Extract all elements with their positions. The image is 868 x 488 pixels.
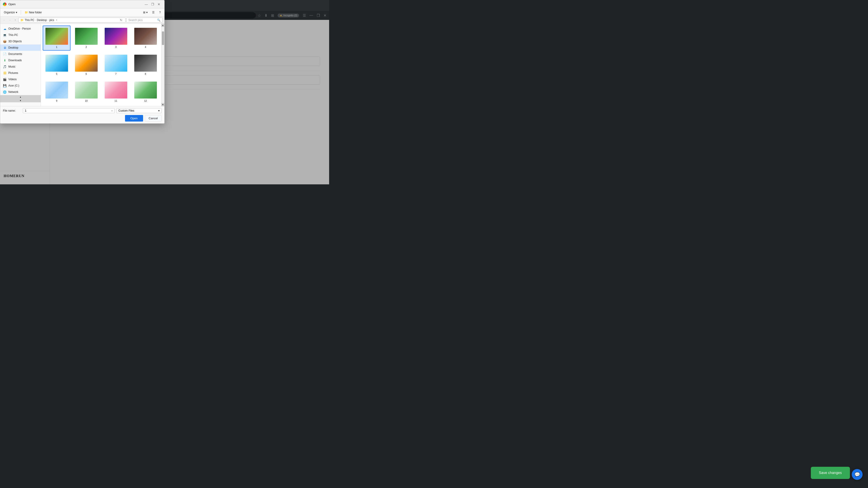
filetype-select[interactable]: Custom Files ▾ bbox=[116, 108, 162, 113]
organize-button[interactable]: Organize ▾ bbox=[2, 10, 19, 15]
organize-arrow-icon: ▾ bbox=[16, 11, 17, 14]
file-item-10[interactable]: 10 bbox=[72, 79, 100, 104]
nav-item-network[interactable]: 🌐 Network bbox=[0, 89, 41, 95]
dialog-address-bar: ← → ↑ 📁 This PC › Desktop › pics ▾ ↻ Sea… bbox=[0, 17, 164, 24]
breadcrumb-desktop: Desktop bbox=[37, 19, 47, 22]
nav-label-3: Desktop bbox=[8, 46, 18, 49]
file-item-8[interactable]: 8 bbox=[131, 53, 159, 77]
nav-icon-0: ☁ bbox=[3, 27, 6, 31]
nav-item-pictures[interactable]: 🖼 Pictures bbox=[0, 70, 41, 76]
filename-arrow-icon: ▾ bbox=[112, 109, 113, 112]
file-item-11[interactable]: 11 bbox=[102, 79, 130, 104]
file-item-7[interactable]: 7 bbox=[102, 53, 130, 77]
nav-item-desktop[interactable]: 🖥 Desktop bbox=[0, 44, 41, 51]
nav-label-5: Downloads bbox=[8, 59, 22, 62]
nav-icon-2: 📦 bbox=[3, 39, 6, 43]
grid-scroll-up[interactable]: ▲ bbox=[161, 24, 164, 27]
file-item-1[interactable]: 1 bbox=[43, 26, 70, 51]
breadcrumb-expand-icon[interactable]: ▾ bbox=[56, 19, 57, 21]
nav-label-4: Documents bbox=[8, 53, 22, 56]
nav-panel: ☁ OneDrive - Person 💻 This PC 📦 3D Objec… bbox=[0, 24, 41, 106]
file-item-2[interactable]: 2 bbox=[72, 26, 100, 51]
dialog-open-button[interactable]: Open bbox=[125, 115, 143, 122]
search-placeholder: Search pics bbox=[128, 19, 143, 22]
nav-item-onedrive---person[interactable]: ☁ OneDrive - Person bbox=[0, 26, 41, 32]
nav-item-downloads[interactable]: ⬇ Downloads bbox=[0, 57, 41, 64]
file-label-11: 11 bbox=[114, 99, 117, 102]
file-label-7: 7 bbox=[115, 72, 116, 75]
nav-icon-1: 💻 bbox=[3, 33, 6, 37]
breadcrumb-arrow-1: › bbox=[35, 19, 36, 21]
layout-button[interactable]: ☰ bbox=[150, 10, 156, 15]
dialog-minimize-button[interactable]: — bbox=[144, 2, 149, 7]
search-icon[interactable]: 🔍 bbox=[157, 19, 160, 22]
nav-label-7: Pictures bbox=[8, 71, 18, 74]
grid-scroll-thumb[interactable] bbox=[162, 31, 164, 45]
nav-icon-9: 💾 bbox=[3, 84, 6, 88]
nav-label-6: Music bbox=[8, 65, 16, 68]
filename-input[interactable]: 1 ▾ bbox=[23, 108, 115, 113]
dialog-maximize-button[interactable]: ❐ bbox=[150, 2, 155, 7]
new-folder-button[interactable]: 📁 New folder bbox=[23, 10, 43, 15]
search-box[interactable]: Search pics 🔍 bbox=[126, 18, 162, 23]
file-thumb-12 bbox=[134, 82, 157, 98]
file-thumb-8 bbox=[134, 55, 157, 72]
dialog-toolbar: Organize ▾ 📁 New folder ⊞ ▾ ☰ ? bbox=[0, 8, 164, 17]
grid-scroll-track[interactable] bbox=[161, 27, 164, 103]
file-thumb-4 bbox=[134, 28, 157, 45]
file-item-3[interactable]: 3 bbox=[102, 26, 130, 51]
dialog-up-button[interactable]: ↑ bbox=[13, 18, 18, 22]
nav-item-3d-objects[interactable]: 📦 3D Objects bbox=[0, 38, 41, 44]
file-item-6[interactable]: 6 bbox=[72, 53, 100, 77]
file-item-4[interactable]: 4 bbox=[131, 26, 159, 51]
organize-label: Organize bbox=[4, 11, 15, 14]
nav-icon-3: 🖥 bbox=[3, 46, 6, 50]
nav-item-acer-(c:)[interactable]: 💾 Acer (C:) bbox=[0, 83, 41, 89]
nav-item-this-pc[interactable]: 💻 This PC bbox=[0, 32, 41, 38]
dialog-close-button[interactable]: ✕ bbox=[156, 2, 162, 7]
view-button[interactable]: ⊞ ▾ bbox=[141, 10, 149, 15]
file-thumb-10 bbox=[75, 82, 98, 98]
dialog-controls: — ❐ ✕ bbox=[144, 2, 162, 7]
dialog-forward-button[interactable]: → bbox=[7, 18, 12, 22]
breadcrumb-bar[interactable]: 📁 This PC › Desktop › pics ▾ ↻ bbox=[18, 18, 125, 23]
help-button[interactable]: ? bbox=[157, 10, 162, 15]
nav-scroll-down[interactable]: ▼ bbox=[0, 99, 41, 102]
nav-icon-10: 🌐 bbox=[3, 90, 6, 94]
grid-scrollbar: ▲ ▼ bbox=[161, 24, 164, 106]
file-thumb-11 bbox=[105, 82, 127, 98]
file-label-2: 2 bbox=[86, 46, 87, 48]
file-item-12[interactable]: 12 bbox=[131, 79, 159, 104]
file-label-10: 10 bbox=[85, 99, 88, 102]
file-item-9[interactable]: 9 bbox=[43, 79, 70, 104]
dialog-back-button[interactable]: ← bbox=[2, 18, 6, 22]
grid-scroll-down[interactable]: ▼ bbox=[161, 103, 164, 106]
nav-label-1: This PC bbox=[8, 33, 18, 37]
file-label-6: 6 bbox=[86, 72, 87, 75]
nav-item-videos[interactable]: 🎬 Videos bbox=[0, 76, 41, 83]
dialog-body: ☁ OneDrive - Person 💻 This PC 📦 3D Objec… bbox=[0, 24, 164, 106]
dialog-overlay: Open — ❐ ✕ Organize ▾ 📁 New folder ⊞ ▾ bbox=[0, 0, 329, 184]
nav-scroll-up[interactable]: ▲ bbox=[0, 95, 41, 99]
layout-icon: ☰ bbox=[152, 11, 155, 14]
action-row: Open Cancel bbox=[3, 115, 162, 122]
dialog-refresh-button[interactable]: ↻ bbox=[119, 18, 123, 22]
file-item-5[interactable]: 5 bbox=[43, 53, 70, 77]
filename-value: 1 bbox=[25, 109, 26, 112]
nav-item-documents[interactable]: 📄 Documents bbox=[0, 51, 41, 57]
breadcrumb-thispc: This PC bbox=[25, 19, 34, 22]
file-thumb-9 bbox=[45, 82, 68, 98]
new-folder-label: New folder bbox=[29, 11, 42, 14]
file-label-8: 8 bbox=[145, 72, 146, 75]
filetype-value: Custom Files bbox=[119, 109, 134, 112]
file-thumb-6 bbox=[75, 55, 98, 72]
dialog-titlebar: Open — ❐ ✕ bbox=[0, 0, 164, 8]
new-folder-icon: 📁 bbox=[25, 11, 28, 14]
nav-label-2: 3D Objects bbox=[8, 40, 22, 43]
nav-item-music[interactable]: 🎵 Music bbox=[0, 64, 41, 70]
file-open-dialog: Open — ❐ ✕ Organize ▾ 📁 New folder ⊞ ▾ bbox=[0, 0, 164, 124]
file-label-5: 5 bbox=[56, 72, 57, 75]
dialog-cancel-button[interactable]: Cancel bbox=[145, 115, 162, 122]
file-label-3: 3 bbox=[115, 46, 116, 48]
filetype-arrow-icon: ▾ bbox=[158, 109, 160, 112]
